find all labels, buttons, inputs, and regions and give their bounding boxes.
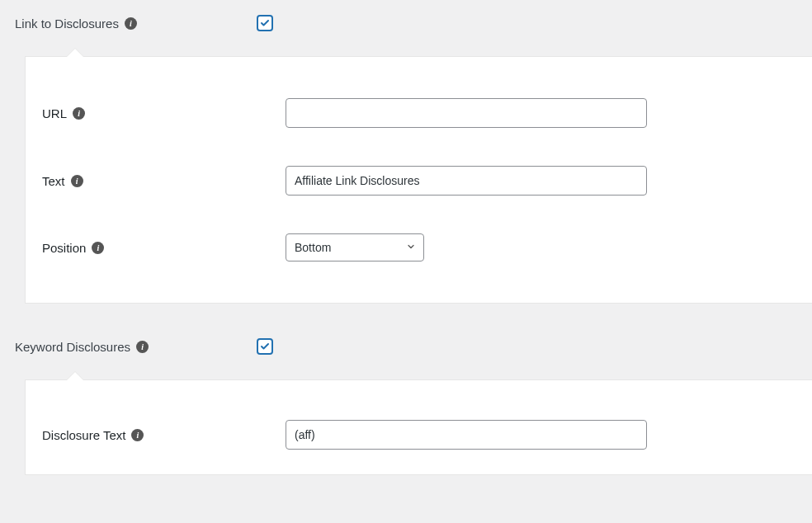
link-disclosures-checkbox-col: [257, 15, 273, 31]
panel-arrow-icon: [67, 372, 83, 380]
url-input-col: [286, 98, 647, 128]
disclosure-text-label-col: Disclosure Text i: [42, 428, 286, 442]
url-label: URL: [42, 106, 67, 120]
settings-container: Link to Disclosures i URL i Text i: [0, 0, 812, 475]
position-select[interactable]: Bottom: [286, 233, 424, 262]
check-icon: [260, 342, 270, 351]
info-icon[interactable]: i: [125, 17, 137, 30]
info-icon[interactable]: i: [131, 429, 144, 441]
link-disclosures-label: Link to Disclosures: [15, 16, 119, 31]
info-icon[interactable]: i: [92, 242, 104, 254]
text-label: Text: [42, 174, 65, 188]
keyword-disclosures-header: Keyword Disclosures i: [15, 338, 812, 355]
keyword-disclosures-panel: Disclosure Text i: [25, 379, 812, 475]
disclosure-text-input-col: [286, 420, 647, 450]
info-icon[interactable]: i: [71, 175, 83, 187]
keyword-disclosures-label: Keyword Disclosures: [15, 340, 130, 354]
disclosure-text-label: Disclosure Text: [42, 428, 125, 442]
text-input-col: [286, 166, 647, 196]
url-row: URL i: [26, 98, 812, 128]
url-label-col: URL i: [42, 106, 286, 120]
position-input-col: Bottom: [286, 233, 424, 262]
keyword-disclosures-checkbox-col: [257, 338, 273, 355]
disclosure-text-input[interactable]: [286, 420, 647, 450]
position-label-col: Position i: [42, 241, 286, 255]
keyword-disclosures-checkbox[interactable]: [257, 338, 273, 355]
link-disclosures-label-col: Link to Disclosures i: [15, 16, 257, 31]
position-select-wrap: Bottom: [286, 233, 424, 262]
url-input[interactable]: [286, 98, 647, 128]
keyword-disclosures-label-col: Keyword Disclosures i: [15, 340, 257, 354]
section-gap: [15, 304, 812, 338]
text-input[interactable]: [286, 166, 647, 196]
position-label: Position: [42, 241, 86, 255]
info-icon[interactable]: i: [73, 107, 85, 120]
disclosure-text-row: Disclosure Text i: [26, 420, 812, 450]
text-label-col: Text i: [42, 174, 286, 188]
panel-arrow-icon: [67, 49, 83, 57]
check-icon: [260, 18, 270, 28]
link-disclosures-header: Link to Disclosures i: [15, 15, 812, 31]
position-row: Position i Bottom: [26, 233, 812, 262]
text-row: Text i: [26, 166, 812, 196]
link-disclosures-panel: URL i Text i Position i: [25, 56, 812, 304]
info-icon[interactable]: i: [136, 341, 149, 353]
link-disclosures-checkbox[interactable]: [257, 15, 273, 31]
